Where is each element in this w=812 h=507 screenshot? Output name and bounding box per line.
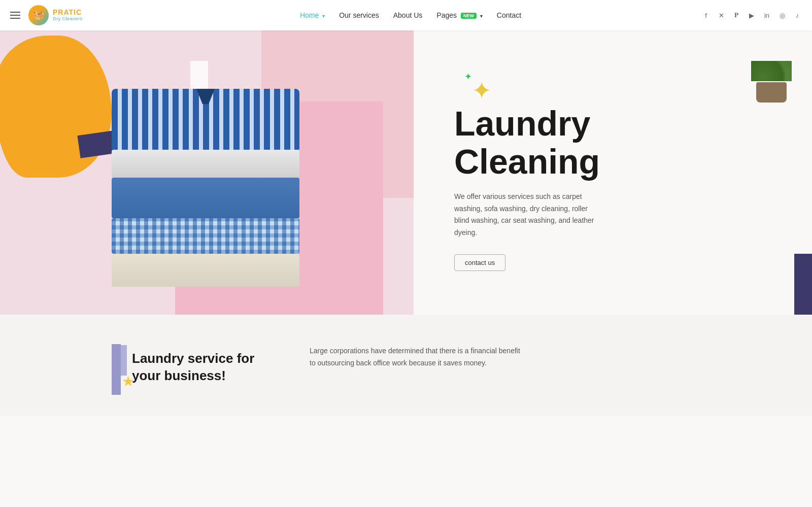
- hero-right-panel: ✦ ✦ Laundry Cleaning We offer various se…: [414, 30, 812, 315]
- shirt-cream: [112, 254, 299, 287]
- logo-text: PRATIC: [53, 9, 83, 16]
- contact-button[interactable]: contact us: [454, 254, 505, 271]
- plant-leaves: [751, 61, 792, 81]
- clothes-stack: [109, 81, 302, 294]
- nav-about[interactable]: About Us: [393, 11, 423, 19]
- nav-home[interactable]: Home ▾: [300, 11, 325, 19]
- tiktok-icon[interactable]: ♪: [793, 11, 802, 20]
- facebook-icon[interactable]: f: [701, 11, 710, 20]
- navbar: 🧺 PRATIC Dry Cleaners Home ▾ Our service…: [0, 0, 812, 30]
- pinterest-icon[interactable]: 𝐏: [732, 11, 741, 20]
- instagram-icon[interactable]: ◎: [777, 11, 787, 20]
- hero-description: We offer various services such as carpet…: [454, 191, 596, 239]
- plant-pot: [756, 82, 787, 103]
- sparkle-gold-icon: ✦: [471, 76, 492, 105]
- shirt-collar: [190, 89, 221, 104]
- nav-home-arrow: ▾: [322, 13, 325, 19]
- bottom-description: Large corporations have determined that …: [310, 345, 523, 369]
- pages-badge: NEW: [461, 13, 477, 19]
- sparkle-green-icon: ✦: [464, 71, 472, 82]
- nav-pages[interactable]: Pages NEW ▾: [436, 11, 482, 19]
- clothes-image: [91, 61, 320, 315]
- bottom-section: Laundry service for your business! ★ Lar…: [0, 315, 812, 416]
- plant-decoration: [751, 61, 792, 96]
- nav-links: Home ▾ Our services About Us Pages NEW ▾…: [120, 11, 701, 19]
- x-twitter-icon[interactable]: ✕: [717, 11, 726, 20]
- nav-contact[interactable]: Contact: [497, 11, 521, 19]
- logo[interactable]: 🧺 PRATIC Dry Cleaners: [28, 5, 120, 25]
- hero-section: ✦ ✦ Laundry Cleaning We offer various se…: [0, 30, 812, 315]
- bottom-left-panel: Laundry service for your business! ★: [0, 335, 279, 395]
- social-icons-bar: f ✕ 𝐏 ▶ in ◎ ♪: [701, 11, 802, 20]
- bottom-right-panel: Large corporations have determined that …: [279, 335, 812, 380]
- nav-pages-arrow: ▾: [480, 13, 483, 19]
- purple-rect-tall: [112, 344, 121, 395]
- nav-services[interactable]: Our services: [339, 11, 379, 19]
- linkedin-icon[interactable]: in: [762, 11, 771, 20]
- shirt-striped: [112, 89, 299, 150]
- bottom-title: Laundry service for your business!: [132, 350, 259, 385]
- hero-left-panel: [0, 30, 414, 315]
- shirt-check: [112, 218, 299, 254]
- dark-rect-right: [794, 254, 812, 325]
- hero-title: Laundry Cleaning: [454, 105, 782, 181]
- shirt-white: [112, 150, 299, 178]
- logo-icon: 🧺: [28, 5, 49, 25]
- youtube-icon[interactable]: ▶: [747, 11, 756, 20]
- shirt-blue: [112, 178, 299, 218]
- logo-subtext: Dry Cleaners: [53, 17, 83, 22]
- hamburger-menu[interactable]: [10, 12, 20, 19]
- gold-star-icon: ★: [122, 373, 134, 390]
